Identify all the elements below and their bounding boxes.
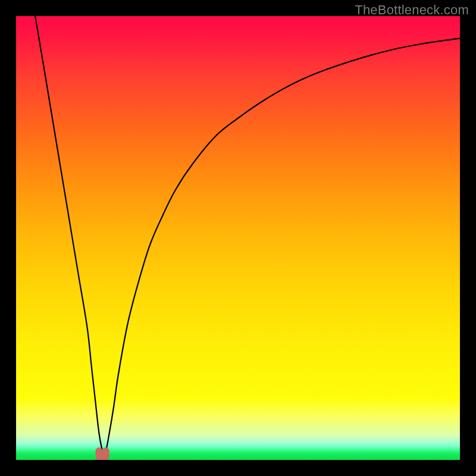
bottleneck-curve [35,16,460,453]
watermark-text: TheBottleneck.com [355,2,469,18]
plot-area [16,16,460,460]
optimal-point-marker [99,451,106,459]
chart-frame: TheBottleneck.com [0,0,476,476]
curve-layer [16,16,460,460]
